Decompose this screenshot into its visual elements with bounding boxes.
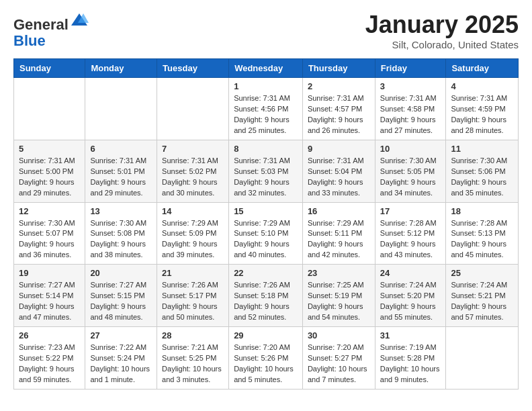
sunset-text: Sunset: 4:59 PM [451,105,505,113]
daylight-text: Daylight: 9 hours and 55 minutes. [380,302,436,321]
calendar-header-row: Sunday Monday Tuesday Wednesday Thursday… [14,59,519,78]
daylight-text: Daylight: 9 hours and 29 minutes. [90,178,146,197]
table-row: 11 Sunrise: 7:30 AM Sunset: 5:06 PM Dayl… [446,140,519,202]
sunset-text: Sunset: 5:06 PM [451,167,505,175]
day-number: 3 [380,81,441,91]
day-number: 16 [308,206,370,216]
sunrise-text: Sunrise: 7:31 AM [308,94,364,102]
table-row: 15 Sunrise: 7:29 AM Sunset: 5:10 PM Dayl… [229,202,303,265]
cell-content: Sunrise: 7:28 AM Sunset: 5:13 PM Dayligh… [451,218,513,261]
table-row [446,327,519,390]
sunset-text: Sunset: 5:18 PM [234,291,288,300]
cell-content: Sunrise: 7:27 AM Sunset: 5:14 PM Dayligh… [19,280,80,323]
daylight-text: Daylight: 9 hours and 40 minutes. [234,240,290,259]
day-number: 28 [162,330,224,340]
cell-content: Sunrise: 7:19 AM Sunset: 5:28 PM Dayligh… [380,342,441,385]
sunset-text: Sunset: 5:20 PM [380,291,435,300]
cell-content: Sunrise: 7:20 AM Sunset: 5:27 PM Dayligh… [308,342,370,385]
sunrise-text: Sunrise: 7:23 AM [19,343,75,351]
sunset-text: Sunset: 5:27 PM [308,354,362,362]
title-block: January 2025 Silt, Colorado, United Stat… [365,11,519,50]
sunrise-text: Sunrise: 7:31 AM [380,94,437,102]
sunrise-text: Sunrise: 7:31 AM [451,94,507,102]
logo-general: General [13,16,69,33]
sunset-text: Sunset: 5:04 PM [308,167,362,175]
table-row: 31 Sunrise: 7:19 AM Sunset: 5:28 PM Dayl… [375,327,446,390]
day-number: 27 [90,330,152,340]
daylight-text: Daylight: 9 hours and 26 minutes. [308,116,363,134]
logo-icon [70,11,89,30]
cell-content: Sunrise: 7:31 AM Sunset: 5:04 PM Dayligh… [308,156,370,199]
daylight-text: Daylight: 9 hours and 47 minutes. [19,302,75,321]
col-wednesday: Wednesday [229,59,303,78]
sunrise-text: Sunrise: 7:24 AM [380,281,437,289]
daylight-text: Daylight: 9 hours and 29 minutes. [19,178,75,197]
cell-content: Sunrise: 7:27 AM Sunset: 5:15 PM Dayligh… [90,280,152,323]
sunrise-text: Sunrise: 7:27 AM [90,281,146,289]
calendar-week-row: 19 Sunrise: 7:27 AM Sunset: 5:14 PM Dayl… [14,265,519,327]
daylight-text: Daylight: 9 hours and 28 minutes. [451,116,506,134]
table-row: 9 Sunrise: 7:31 AM Sunset: 5:04 PM Dayli… [302,140,375,202]
sunrise-text: Sunrise: 7:31 AM [19,156,75,165]
daylight-text: Daylight: 9 hours and 39 minutes. [162,240,218,259]
cell-content: Sunrise: 7:31 AM Sunset: 4:58 PM Dayligh… [380,93,441,136]
table-row: 27 Sunrise: 7:22 AM Sunset: 5:24 PM Dayl… [85,327,157,390]
sunset-text: Sunset: 5:03 PM [234,167,288,175]
daylight-text: Daylight: 9 hours and 27 minutes. [380,116,436,134]
sunset-text: Sunset: 5:14 PM [19,291,73,300]
sunrise-text: Sunrise: 7:30 AM [451,156,507,165]
day-number: 11 [451,144,513,154]
sunrise-text: Sunrise: 7:30 AM [380,156,437,165]
sunrise-text: Sunrise: 7:30 AM [19,219,75,227]
cell-content: Sunrise: 7:25 AM Sunset: 5:19 PM Dayligh… [308,280,370,323]
daylight-text: Daylight: 9 hours and 59 minutes. [19,365,75,383]
sunrise-text: Sunrise: 7:28 AM [451,219,507,227]
location: Silt, Colorado, United States [365,39,519,50]
day-number: 8 [234,144,298,154]
table-row: 21 Sunrise: 7:26 AM Sunset: 5:17 PM Dayl… [157,265,229,327]
sunset-text: Sunset: 5:05 PM [380,167,435,175]
daylight-text: Daylight: 10 hours and 7 minutes. [308,365,367,383]
table-row: 19 Sunrise: 7:27 AM Sunset: 5:14 PM Dayl… [14,265,85,327]
sunset-text: Sunset: 5:22 PM [19,354,73,362]
daylight-text: Daylight: 9 hours and 33 minutes. [308,178,363,197]
col-saturday: Saturday [446,59,519,78]
sunset-text: Sunset: 5:19 PM [308,291,362,300]
daylight-text: Daylight: 9 hours and 43 minutes. [380,240,436,259]
table-row: 23 Sunrise: 7:25 AM Sunset: 5:19 PM Dayl… [302,265,375,327]
cell-content: Sunrise: 7:29 AM Sunset: 5:09 PM Dayligh… [162,218,224,261]
cell-content: Sunrise: 7:31 AM Sunset: 5:02 PM Dayligh… [162,156,224,199]
table-row: 26 Sunrise: 7:23 AM Sunset: 5:22 PM Dayl… [14,327,85,390]
cell-content: Sunrise: 7:21 AM Sunset: 5:25 PM Dayligh… [162,342,224,385]
sunset-text: Sunset: 5:25 PM [162,354,216,362]
daylight-text: Daylight: 9 hours and 36 minutes. [19,240,75,259]
day-number: 17 [380,206,441,216]
cell-content: Sunrise: 7:31 AM Sunset: 4:56 PM Dayligh… [234,93,298,136]
day-number: 31 [380,330,441,340]
day-number: 12 [19,206,80,216]
table-row: 3 Sunrise: 7:31 AM Sunset: 4:58 PM Dayli… [375,78,446,140]
sunset-text: Sunset: 5:24 PM [90,354,144,362]
sunset-text: Sunset: 5:01 PM [90,167,144,175]
sunrise-text: Sunrise: 7:24 AM [451,281,507,289]
table-row: 28 Sunrise: 7:21 AM Sunset: 5:25 PM Dayl… [157,327,229,390]
sunset-text: Sunset: 5:21 PM [451,291,505,300]
day-number: 22 [234,268,298,278]
sunset-text: Sunset: 4:56 PM [234,105,288,113]
cell-content: Sunrise: 7:31 AM Sunset: 4:59 PM Dayligh… [451,93,513,136]
sunset-text: Sunset: 5:09 PM [162,229,216,237]
cell-content: Sunrise: 7:31 AM Sunset: 4:57 PM Dayligh… [308,93,370,136]
sunset-text: Sunset: 5:11 PM [308,229,362,237]
table-row: 1 Sunrise: 7:31 AM Sunset: 4:56 PM Dayli… [229,78,303,140]
calendar-page: General Blue January 2025 Silt, Colorado… [0,0,532,400]
sunrise-text: Sunrise: 7:26 AM [162,281,218,289]
table-row: 18 Sunrise: 7:28 AM Sunset: 5:13 PM Dayl… [446,202,519,265]
col-tuesday: Tuesday [157,59,229,78]
month-title: January 2025 [365,11,519,39]
cell-content: Sunrise: 7:26 AM Sunset: 5:17 PM Dayligh… [162,280,224,323]
sunrise-text: Sunrise: 7:29 AM [234,219,290,227]
sunset-text: Sunset: 5:17 PM [162,291,216,300]
calendar-week-row: 5 Sunrise: 7:31 AM Sunset: 5:00 PM Dayli… [14,140,519,202]
logo-blue: Blue [13,32,46,49]
daylight-text: Daylight: 9 hours and 35 minutes. [451,178,506,197]
